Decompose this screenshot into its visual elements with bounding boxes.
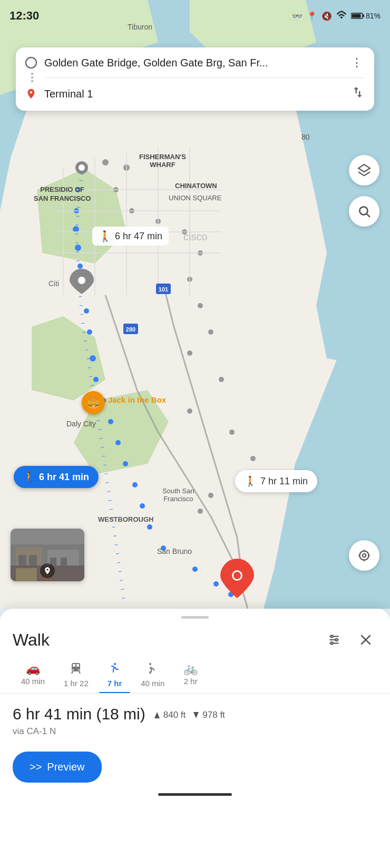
svg-point-19 bbox=[161, 545, 166, 551]
tab-ride[interactable]: 40 min bbox=[132, 657, 173, 693]
svg-point-83 bbox=[331, 635, 333, 637]
svg-point-64 bbox=[363, 554, 366, 558]
layers-button[interactable] bbox=[349, 155, 379, 186]
svg-point-32 bbox=[208, 329, 213, 335]
svg-point-23 bbox=[102, 159, 109, 165]
dot-2 bbox=[31, 76, 33, 79]
svg-rect-92 bbox=[78, 669, 80, 670]
svg-point-9 bbox=[87, 329, 92, 335]
svg-rect-89 bbox=[73, 664, 75, 667]
svg-rect-75 bbox=[16, 568, 37, 581]
svg-point-85 bbox=[331, 642, 333, 644]
swap-button[interactable] bbox=[351, 85, 365, 102]
elevation-down: 978 ft bbox=[192, 710, 225, 720]
svg-point-65 bbox=[359, 551, 368, 560]
transport-tabs: 🚗 40 min 1 hr 22 bbox=[0, 657, 390, 694]
svg-point-57 bbox=[79, 164, 85, 171]
route-main-time: 6 hr 41 min (18 mi) bbox=[13, 705, 145, 723]
mute-icon: 🔇 bbox=[321, 11, 332, 21]
wifi-icon bbox=[336, 11, 347, 21]
home-bar bbox=[158, 793, 232, 796]
restaurant-pin[interactable]: 🍔 Jack in the Box bbox=[82, 391, 105, 414]
divider-line bbox=[45, 77, 365, 78]
status-bar: 12:30 👓 📍 🔇 81% bbox=[0, 0, 390, 27]
svg-point-4 bbox=[73, 226, 79, 232]
svg-line-63 bbox=[367, 214, 370, 217]
svg-point-18 bbox=[147, 524, 152, 530]
svg-point-6 bbox=[77, 264, 83, 269]
status-time: 12:30 bbox=[9, 9, 39, 23]
bike-icon: 🚲 bbox=[183, 662, 198, 676]
svg-point-93 bbox=[114, 663, 116, 665]
destination-pin-icon bbox=[25, 88, 37, 100]
svg-point-62 bbox=[359, 207, 367, 214]
svg-point-16 bbox=[132, 482, 138, 487]
walk-icon bbox=[108, 662, 121, 678]
walk-time: 7 hr bbox=[108, 679, 122, 688]
svg-point-31 bbox=[198, 303, 203, 308]
svg-point-36 bbox=[229, 430, 235, 435]
street-view-icon bbox=[40, 563, 55, 578]
svg-rect-79 bbox=[352, 14, 360, 18]
center-time-badge: 🚶 6 hr 47 min bbox=[92, 227, 169, 246]
more-button[interactable]: ⋮ bbox=[349, 56, 365, 70]
bottom-panel: Walk 🚗 40 bbox=[0, 609, 390, 868]
svg-text:101: 101 bbox=[159, 286, 168, 292]
svg-point-35 bbox=[187, 408, 192, 414]
elevation-up-value: 840 ft bbox=[163, 710, 186, 720]
tab-bike[interactable]: 🚲 2 hr bbox=[175, 657, 206, 693]
svg-marker-61 bbox=[358, 164, 370, 172]
elevation-down-value: 978 ft bbox=[202, 710, 225, 720]
tab-drive[interactable]: 🚗 40 min bbox=[13, 657, 53, 693]
location-button[interactable] bbox=[349, 540, 379, 571]
filter-button[interactable] bbox=[323, 628, 346, 651]
transit-icon bbox=[70, 662, 82, 678]
origin-text[interactable]: Golden Gate Bridge, Golden Gate Brg, San… bbox=[44, 57, 342, 69]
panel-title: Walk bbox=[13, 630, 50, 650]
svg-point-11 bbox=[93, 377, 99, 382]
restaurant-label: Jack in the Box bbox=[108, 395, 166, 404]
close-button[interactable] bbox=[354, 628, 377, 651]
glasses-icon: 👓 bbox=[292, 11, 303, 21]
bike-time: 2 hr bbox=[184, 677, 198, 686]
ride-icon bbox=[147, 662, 159, 678]
route-details: 840 ft 978 ft bbox=[153, 710, 225, 720]
svg-point-94 bbox=[149, 663, 151, 665]
center-time-text: 6 hr 47 min bbox=[115, 231, 162, 242]
route-badge-secondary[interactable]: 🚶 7 hr 11 min bbox=[235, 470, 317, 492]
transit-time: 1 hr 22 bbox=[64, 679, 89, 688]
route-badge-primary[interactable]: 🚶 6 hr 41 min bbox=[14, 466, 99, 488]
tab-transit[interactable]: 1 hr 22 bbox=[55, 657, 97, 693]
svg-point-21 bbox=[213, 581, 219, 587]
street-view-thumbnail[interactable] bbox=[11, 529, 84, 581]
svg-point-17 bbox=[140, 503, 145, 509]
search-card: Golden Gate Bridge, Golden Gate Brg, San… bbox=[16, 47, 374, 111]
panel-header-icons bbox=[323, 628, 377, 651]
tab-walk[interactable]: 7 hr bbox=[99, 657, 131, 693]
destination-text[interactable]: Terminal 1 bbox=[44, 88, 344, 100]
preview-icon: >> bbox=[30, 761, 42, 773]
svg-rect-71 bbox=[29, 555, 37, 565]
route-via: via CA-1 N bbox=[13, 726, 377, 737]
search-map-button[interactable] bbox=[349, 196, 379, 227]
dot-3 bbox=[31, 80, 33, 82]
svg-point-33 bbox=[187, 350, 192, 356]
center-walk-icon: 🚶 bbox=[99, 230, 112, 242]
preview-button[interactable]: >> Preview bbox=[13, 752, 102, 783]
location-status-icon: 📍 bbox=[307, 11, 317, 21]
drive-icon: 🚗 bbox=[26, 662, 40, 676]
svg-point-38 bbox=[208, 493, 213, 498]
route-time-primary: 6 hr 41 min bbox=[39, 472, 89, 483]
svg-point-34 bbox=[219, 377, 224, 382]
svg-text:280: 280 bbox=[126, 326, 135, 333]
route-time-secondary: 7 hr 11 min bbox=[260, 476, 308, 487]
walk-icon-primary: 🚶 bbox=[23, 471, 35, 483]
svg-point-95 bbox=[149, 672, 151, 674]
svg-point-39 bbox=[198, 509, 203, 514]
dots-divider bbox=[26, 73, 38, 82]
elevation-up: 840 ft bbox=[153, 710, 186, 720]
restaurant-icon: 🍔 bbox=[82, 391, 105, 414]
svg-rect-90 bbox=[76, 664, 79, 667]
origin-row: Golden Gate Bridge, Golden Gate Brg, San… bbox=[25, 56, 365, 70]
svg-rect-91 bbox=[72, 669, 74, 670]
